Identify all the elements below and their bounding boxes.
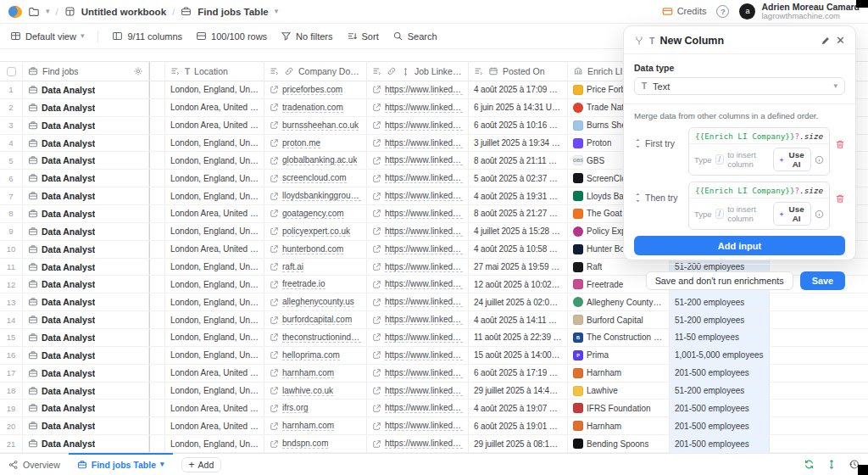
row-number[interactable]: 12 <box>0 276 23 293</box>
trash-icon[interactable] <box>835 182 845 204</box>
company-domain-cell[interactable]: tradenation.com <box>264 99 367 116</box>
location-cell[interactable]: London, England, United Kingdom <box>165 152 264 169</box>
job-linkedin-url-cell[interactable]: https://www.linkedin.com <box>367 259 469 276</box>
rows-button[interactable]: 100/100 rows <box>196 31 267 42</box>
info-icon[interactable] <box>815 210 824 219</box>
location-cell[interactable]: London, England, United Kingdom <box>165 435 264 452</box>
save-button[interactable]: Save <box>800 271 845 290</box>
column-header-find-jobs[interactable]: Find jobs <box>23 62 149 81</box>
company-domain-cell[interactable]: harnham.com <box>264 417 367 434</box>
job-title-cell[interactable]: Data Analyst <box>23 347 149 364</box>
row-number[interactable]: 11 <box>0 259 23 276</box>
posted-on-cell[interactable]: 15 août 2025 à 14:00 UTC+2 <box>469 347 568 364</box>
company-domain-cell[interactable]: burnssheehan.co.uk <box>264 117 367 134</box>
location-cell[interactable]: London, England, United Kingdom <box>165 293 264 310</box>
table-row[interactable]: 20Data AnalystLondon Area, United Kingdo… <box>0 417 868 435</box>
company-domain-cell[interactable]: raft.ai <box>264 259 367 276</box>
employees-cell[interactable]: 51-200 employees <box>670 383 770 400</box>
expand-rows-icon[interactable] <box>826 459 837 470</box>
job-title-cell[interactable]: Data Analyst <box>23 152 149 169</box>
location-cell[interactable]: London Area, United Kingdom <box>165 117 264 134</box>
row-number[interactable]: 4 <box>0 135 23 152</box>
company-cell[interactable]: Harnham <box>568 365 670 382</box>
company-domain-cell[interactable]: priceforbes.com <box>264 81 367 98</box>
company-domain-cell[interactable]: harnham.com <box>264 365 367 382</box>
chevron-down-icon[interactable]: ▾ <box>46 8 50 15</box>
posted-on-cell[interactable]: 8 août 2025 à 21:27 UTC+2 <box>469 205 568 222</box>
posted-on-cell[interactable]: 12 août 2025 à 10:02 UTC+2 <box>469 276 568 293</box>
job-title-cell[interactable]: Data Analyst <box>23 241 149 258</box>
employees-cell[interactable]: 201-500 employees <box>670 435 770 452</box>
save-no-run-button[interactable]: Save and don't run enrichments <box>646 271 793 290</box>
formula-input[interactable]: {{Enrich LI Company}}?.size Type/to inse… <box>688 182 830 230</box>
employees-cell[interactable]: 11-50 employees <box>670 329 770 346</box>
posted-on-cell[interactable]: 4 août 2025 à 14:11 UTC+2 <box>469 311 568 328</box>
row-number[interactable]: 14 <box>0 311 23 328</box>
info-icon[interactable] <box>815 155 824 165</box>
table-row[interactable]: 19Data AnalystLondon Area, United Kingdo… <box>0 400 868 417</box>
sync-icon[interactable] <box>804 459 815 470</box>
location-cell[interactable]: London, England, United Kingdom <box>165 311 264 328</box>
posted-on-cell[interactable]: 6 août 2025 à 17:19 UTC+2 <box>469 365 568 382</box>
company-cell[interactable]: IFRS Foundation <box>568 400 670 416</box>
job-title-cell[interactable]: Data Analyst <box>23 170 149 187</box>
job-linkedin-url-cell[interactable]: https://www.linkedin.com <box>367 383 469 400</box>
company-domain-cell[interactable]: globalbanking.ac.uk <box>264 152 367 169</box>
job-linkedin-url-cell[interactable]: https://www.linkedin.com <box>367 223 469 240</box>
help-icon[interactable]: ? <box>716 5 729 18</box>
data-type-select[interactable]: T Text ▾ <box>634 77 845 95</box>
job-linkedin-url-cell[interactable]: https://www.linkedin.com <box>367 241 469 258</box>
employees-cell[interactable]: 201-500 employees <box>670 400 770 416</box>
job-linkedin-url-cell[interactable]: https://www.linkedin.com <box>367 276 469 293</box>
company-cell[interactable]: BThe Construction Index <box>568 329 670 346</box>
select-all-cell[interactable] <box>0 62 23 81</box>
company-cell[interactable]: Harnham <box>568 417 670 434</box>
company-domain-cell[interactable]: bndspn.com <box>264 435 367 452</box>
location-cell[interactable]: London Area, United Kingdom <box>165 205 264 222</box>
job-title-cell[interactable]: Data Analyst <box>23 365 149 382</box>
trash-icon[interactable] <box>835 127 845 149</box>
posted-on-cell[interactable]: 29 juillet 2025 à 14:49 UTC+2 <box>469 383 568 400</box>
company-domain-cell[interactable]: freetrade.io <box>264 276 367 293</box>
company-cell[interactable]: Lawhive <box>568 383 670 400</box>
company-domain-cell[interactable]: policyexpert.co.uk <box>264 223 367 240</box>
company-cell[interactable]: Burford Capital <box>568 311 670 328</box>
job-title-cell[interactable]: Data Analyst <box>23 205 149 222</box>
company-domain-cell[interactable]: ifrs.org <box>264 400 367 416</box>
filters-button[interactable]: No filters <box>281 31 332 42</box>
folder-icon[interactable] <box>28 6 40 18</box>
row-number[interactable]: 18 <box>0 383 23 400</box>
posted-on-cell[interactable]: 29 juillet 2025 à 08:18 UTC+2 <box>469 435 568 452</box>
posted-on-cell[interactable]: 4 août 2025 à 17:09 UTC+2 <box>469 81 568 98</box>
job-linkedin-url-cell[interactable]: https://www.linkedin.com <box>367 365 469 382</box>
location-cell[interactable]: London, England, United Kingdom <box>165 187 264 204</box>
row-number[interactable]: 1 <box>0 81 23 98</box>
add-table-button[interactable]: +Add <box>181 457 222 472</box>
job-title-cell[interactable]: Data Analyst <box>23 99 149 116</box>
row-number[interactable]: 17 <box>0 365 23 382</box>
job-title-cell[interactable]: Data Analyst <box>23 223 149 240</box>
table-row[interactable]: 16Data AnalystLondon, England, United Ki… <box>0 347 868 365</box>
row-number[interactable]: 13 <box>0 293 23 310</box>
drag-handle-icon[interactable] <box>634 193 642 203</box>
job-linkedin-url-cell[interactable]: https://www.linkedin.com <box>367 117 469 134</box>
job-linkedin-url-cell[interactable]: https://www.linkedin.com <box>367 329 469 346</box>
location-cell[interactable]: London, England, United Kingdom <box>165 329 264 346</box>
row-number[interactable]: 3 <box>0 117 23 134</box>
search-button[interactable]: Search <box>392 31 437 42</box>
close-icon[interactable]: ✕ <box>836 34 845 47</box>
row-number[interactable]: 15 <box>0 329 23 346</box>
job-linkedin-url-cell[interactable]: https://www.linkedin.com <box>367 205 469 222</box>
sort-button[interactable]: Sort <box>347 31 379 42</box>
posted-on-cell[interactable]: 6 août 2025 à 10:16 UTC+2 <box>469 117 568 134</box>
location-cell[interactable]: London Area, United Kingdom <box>165 400 264 416</box>
location-cell[interactable]: London, England, United Kingdom <box>165 135 264 152</box>
job-linkedin-url-cell[interactable]: https://www.linkedin.com <box>367 187 469 204</box>
gear-icon[interactable] <box>133 66 143 76</box>
posted-on-cell[interactable]: 27 mai 2025 à 19:59 UTC+2 <box>469 259 568 276</box>
posted-on-cell[interactable]: 11 août 2025 à 22:39 UTC+2 <box>469 329 568 346</box>
row-number[interactable]: 21 <box>0 435 23 452</box>
job-linkedin-url-cell[interactable]: https://www.linkedin.com <box>367 417 469 434</box>
company-cell[interactable]: PPrima <box>568 347 670 364</box>
columns-button[interactable]: 9/11 columns <box>112 31 182 42</box>
